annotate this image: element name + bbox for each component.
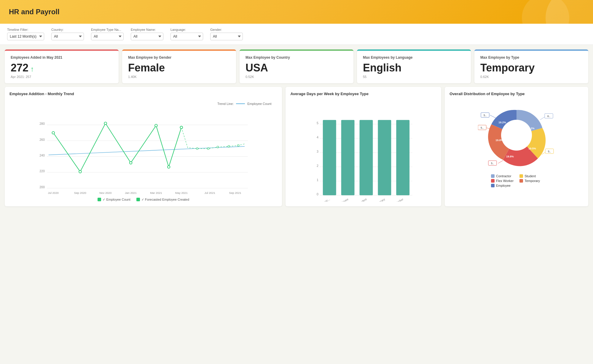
- kpi-title-added: Employees Added in May 2021: [11, 55, 113, 60]
- language-select[interactable]: All: [170, 33, 203, 40]
- svg-text:5..: 5..: [548, 150, 551, 153]
- gender-select[interactable]: All: [210, 33, 243, 40]
- donut-legend-student-dot: [519, 174, 523, 178]
- donut-chart-title: Overall Distribution of Employee by Type: [449, 92, 584, 96]
- svg-point-30: [237, 144, 239, 146]
- svg-text:220: 220: [39, 169, 45, 173]
- timeline-filter: Timeline Filter: Last 12 Month(s) Last 6…: [7, 28, 44, 40]
- kpi-value-language: English: [363, 62, 465, 74]
- svg-text:Student: Student: [357, 197, 367, 202]
- donut-legend-contractor: Contractor: [491, 174, 514, 178]
- donut-legend-student: Student: [519, 174, 542, 178]
- kpi-sub-gender: 1.40K: [128, 75, 230, 79]
- svg-text:6..: 6..: [547, 115, 550, 118]
- svg-point-29: [228, 145, 230, 147]
- svg-text:200: 200: [39, 185, 45, 189]
- employee-name-label: Employee Name:: [131, 28, 163, 31]
- donut-legend: Contractor Student Flex Worker Temporary…: [491, 174, 542, 187]
- line-chart-card: Employee Addition - Monthly Trend Trend …: [5, 87, 282, 206]
- svg-text:Contrac...: Contrac...: [318, 197, 331, 202]
- bar-chart-title: Average Days per Week by Employee Type: [290, 92, 436, 96]
- employee-type-label: Employee Type Na...: [91, 28, 124, 31]
- country-label: Country:: [51, 28, 84, 31]
- charts-row: Employee Addition - Monthly Trend Trend …: [0, 83, 593, 211]
- kpi-value-gender: Female: [128, 62, 230, 74]
- employee-type-select[interactable]: All: [91, 33, 124, 40]
- gender-filter: Gender: All: [210, 28, 243, 40]
- kpi-title-type: Max Employee by Type: [480, 55, 582, 60]
- svg-text:21.2%: 21.2%: [527, 127, 535, 130]
- svg-text:Jul 2021: Jul 2021: [205, 191, 215, 194]
- donut-chart-card: Overall Distribution of Employee by Type: [445, 87, 588, 206]
- donut-legend-contractor-label: Contractor: [496, 174, 511, 178]
- svg-point-26: [196, 148, 198, 149]
- employee-name-select[interactable]: All: [131, 33, 163, 40]
- kpi-card-gender: Max Employee by GenderFemale1.40K: [122, 50, 236, 83]
- line-chart-svg: 200 220 240 260 280 Jul 2020 Sep 2020 No…: [9, 100, 277, 194]
- legend-employee-count-box: [98, 198, 101, 201]
- legend-employee-count: ✓ Employee Count: [98, 198, 130, 202]
- svg-point-19: [52, 131, 55, 134]
- legend-forecasted-box: [136, 198, 140, 201]
- svg-text:5..: 5..: [484, 114, 487, 117]
- svg-text:Jan 2021: Jan 2021: [125, 191, 136, 194]
- svg-rect-47: [396, 120, 410, 195]
- timeline-label: Timeline Filter:: [7, 28, 44, 31]
- svg-point-20: [79, 170, 82, 173]
- timeline-select[interactable]: Last 12 Month(s) Last 6 Month(s) Last 3 …: [7, 33, 44, 40]
- donut-legend-temporary-label: Temporary: [525, 179, 540, 183]
- svg-text:Nov 2020: Nov 2020: [99, 191, 111, 194]
- svg-text:0: 0: [317, 192, 318, 196]
- page-title: HR and Payroll: [9, 8, 60, 16]
- kpi-title-country: Max Employee by Country: [246, 55, 347, 60]
- employee-name-filter: Employee Name: All: [131, 28, 163, 40]
- trend-legend-label: Trend Line:: [217, 102, 234, 106]
- trend-legend: Trend Line: Employee Count: [217, 102, 272, 106]
- donut-legend-employee: Employee: [491, 184, 514, 187]
- kpi-value-country: USA: [246, 62, 347, 74]
- svg-text:May 2021: May 2021: [175, 191, 188, 194]
- kpi-sub-added: Apr 2021: 257: [11, 75, 113, 79]
- svg-rect-46: [378, 120, 391, 195]
- svg-text:280: 280: [39, 122, 45, 125]
- line-chart-title: Employee Addition - Monthly Trend: [9, 92, 277, 96]
- kpi-card-country: Max Employee by CountryUSA0.52K: [240, 50, 353, 83]
- legend-employee-count-label: ✓ Employee Count: [103, 198, 130, 202]
- donut-legend-flexworker: Flex Worker: [491, 179, 514, 183]
- svg-text:240: 240: [39, 154, 45, 157]
- svg-point-21: [104, 122, 107, 124]
- svg-point-53: [501, 120, 532, 151]
- header: HR and Payroll: [0, 0, 593, 24]
- donut-legend-flexworker-label: Flex Worker: [496, 179, 514, 183]
- line-chart-legend: ✓ Employee Count ✓ Forecasted Employee C…: [9, 198, 277, 202]
- donut-legend-flexworker-dot: [491, 179, 495, 183]
- legend-forecasted-label: ✓ Forecasted Employee Created: [141, 198, 189, 202]
- svg-rect-44: [341, 120, 355, 195]
- donut-legend-employee-dot: [491, 184, 495, 187]
- country-filter: Country: AllUSA: [51, 28, 84, 40]
- donut-legend-temporary: Temporary: [519, 179, 542, 183]
- donut-legend-contractor-dot: [491, 174, 495, 178]
- kpi-sub-country: 0.52K: [246, 75, 347, 79]
- bar-chart-card: Average Days per Week by Employee Type 0…: [286, 87, 441, 206]
- svg-text:5: 5: [317, 121, 318, 124]
- svg-text:260: 260: [39, 138, 45, 141]
- svg-point-23: [155, 124, 157, 127]
- kpi-title-language: Max Employees by Language: [363, 55, 465, 60]
- language-label: Language:: [170, 28, 203, 31]
- svg-text:Sep 2021: Sep 2021: [229, 191, 241, 194]
- up-arrow-icon: ↑: [28, 65, 34, 73]
- country-select[interactable]: AllUSA: [51, 33, 84, 40]
- kpi-value-added: 272 ↑: [11, 62, 113, 74]
- svg-text:Sep 2020: Sep 2020: [74, 191, 86, 194]
- svg-text:3: 3: [317, 149, 318, 153]
- svg-text:5..: 5..: [481, 126, 484, 129]
- line-chart-area: Trend Line: Employee Count 200 220 240 2…: [9, 100, 277, 195]
- language-filter: Language: All: [170, 28, 203, 40]
- employee-type-filter: Employee Type Na... All: [91, 28, 124, 40]
- kpi-row: Employees Added in May 2021272 ↑Apr 2021…: [0, 45, 593, 83]
- bar-chart-svg: 0 1 2 3 4 5 Co: [290, 107, 436, 202]
- svg-line-71: [490, 115, 496, 118]
- donut-chart-svg: 21.2% 19.5% 19.8% 19.8% 19.2% 6.. 5.. 5.…: [478, 100, 555, 171]
- filters-bar: Timeline Filter: Last 12 Month(s) Last 6…: [0, 24, 593, 45]
